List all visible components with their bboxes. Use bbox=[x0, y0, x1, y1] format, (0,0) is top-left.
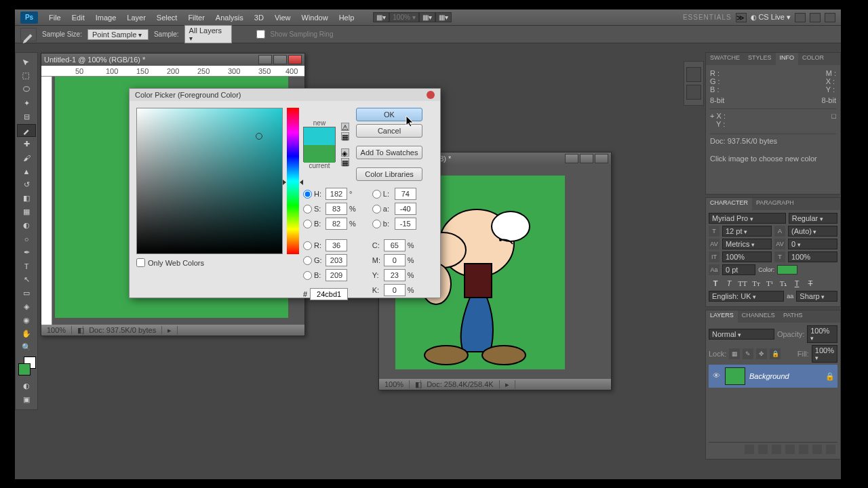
zoom-tool[interactable]: 🔍 bbox=[17, 341, 36, 354]
cancel-button[interactable]: Cancel bbox=[356, 124, 422, 138]
wand-tool[interactable]: ✦ bbox=[17, 97, 36, 110]
show-sampling-checkbox[interactable] bbox=[256, 30, 265, 39]
screenmode-tool[interactable]: ▣ bbox=[17, 393, 36, 406]
eraser-tool[interactable]: ◧ bbox=[17, 192, 36, 205]
bold-button[interactable]: T bbox=[711, 279, 720, 289]
shape-tool[interactable]: ▭ bbox=[17, 287, 36, 300]
layer-group-icon[interactable] bbox=[799, 445, 808, 454]
doc2-zoom[interactable]: 100% bbox=[379, 380, 410, 388]
zoom-dropdown[interactable]: 100% ▾ bbox=[389, 12, 418, 22]
tab-swatches[interactable]: SWATCHE bbox=[706, 53, 744, 65]
type-tool[interactable]: T bbox=[17, 260, 36, 272]
lock-position-icon[interactable]: ✥ bbox=[756, 348, 767, 359]
hex-input[interactable] bbox=[310, 288, 348, 300]
visibility-icon[interactable]: 👁 bbox=[711, 371, 721, 381]
leading-select[interactable]: (Auto) ▾ bbox=[788, 226, 837, 237]
r-radio[interactable] bbox=[303, 241, 312, 250]
dodge-tool[interactable]: ○ bbox=[17, 232, 36, 245]
doc2-max-button[interactable] bbox=[580, 154, 593, 163]
s-input[interactable] bbox=[326, 203, 347, 215]
tab-styles[interactable]: STYLES bbox=[744, 53, 776, 65]
blur-tool[interactable]: ◐ bbox=[17, 219, 36, 232]
doc1-min-button[interactable] bbox=[258, 55, 272, 64]
menu-help[interactable]: Help bbox=[334, 14, 360, 22]
cslive-button[interactable]: ◐ CS Live ▾ bbox=[751, 13, 791, 22]
only-web-checkbox[interactable] bbox=[136, 258, 145, 267]
m-input[interactable] bbox=[384, 254, 406, 266]
lock-transparency-icon[interactable]: ▦ bbox=[729, 348, 740, 359]
3d-camera-tool[interactable]: ◉ bbox=[17, 314, 36, 327]
ok-button[interactable]: OK bbox=[356, 108, 422, 121]
gradient-tool[interactable]: ▦ bbox=[17, 205, 36, 218]
g-input[interactable] bbox=[326, 254, 347, 266]
superscript-button[interactable]: T¹ bbox=[765, 279, 774, 289]
layer-mask-icon[interactable] bbox=[772, 445, 781, 454]
b-radio[interactable] bbox=[372, 220, 381, 228]
fill-input[interactable]: 100% ▾ bbox=[812, 345, 837, 363]
collapsed-panel-2[interactable] bbox=[686, 85, 701, 100]
s-radio[interactable] bbox=[303, 205, 312, 214]
doc2-min-button[interactable] bbox=[565, 154, 578, 163]
g-radio[interactable] bbox=[303, 256, 312, 265]
menu-file[interactable]: File bbox=[43, 14, 66, 22]
brush-tool[interactable]: 🖌 bbox=[17, 151, 36, 164]
arrange2-dropdown[interactable]: ▦▾ bbox=[435, 12, 452, 22]
language-select[interactable]: English: UK ▾ bbox=[709, 291, 784, 302]
l-radio[interactable] bbox=[372, 190, 381, 199]
opacity-input[interactable]: 100% ▾ bbox=[807, 325, 837, 343]
italic-button[interactable]: T bbox=[724, 279, 734, 289]
heal-tool[interactable]: ✚ bbox=[17, 138, 36, 150]
add-swatches-button[interactable]: Add To Swatches bbox=[356, 146, 422, 159]
path-tool[interactable]: ↖ bbox=[17, 273, 36, 286]
r-input[interactable] bbox=[326, 239, 347, 251]
y-input[interactable] bbox=[384, 269, 406, 281]
strike-button[interactable]: T bbox=[806, 279, 815, 289]
subscript-button[interactable]: T₁ bbox=[778, 279, 788, 289]
window-min-icon[interactable] bbox=[795, 13, 806, 22]
move-tool[interactable] bbox=[17, 56, 36, 69]
foreground-color-swatch[interactable] bbox=[18, 363, 31, 375]
a-radio[interactable] bbox=[372, 205, 381, 214]
menu-filter[interactable]: Filter bbox=[182, 14, 210, 22]
screen-mode-dropdown[interactable]: ▦▾ bbox=[373, 12, 389, 22]
kerning-select[interactable]: Metrics ▾ bbox=[722, 239, 772, 249]
doc1-zoom[interactable]: 100% bbox=[41, 326, 72, 334]
lasso-tool[interactable] bbox=[17, 83, 36, 96]
menu-window[interactable]: Window bbox=[296, 14, 334, 22]
char-color-swatch[interactable] bbox=[777, 265, 797, 274]
tab-character[interactable]: CHARACTER bbox=[706, 198, 752, 210]
workspace-label[interactable]: ESSENTIALS bbox=[683, 14, 732, 21]
h-input[interactable] bbox=[326, 188, 347, 200]
menu-layer[interactable]: Layer bbox=[121, 14, 151, 22]
doc1-max-button[interactable] bbox=[273, 55, 287, 64]
current-color-swatch[interactable] bbox=[304, 145, 335, 163]
hand-tool[interactable]: ✋ bbox=[17, 327, 36, 340]
tracking-select[interactable]: 0 ▾ bbox=[788, 239, 837, 249]
a-input[interactable] bbox=[395, 203, 416, 215]
tab-color[interactable]: COLOR bbox=[798, 53, 828, 65]
websafe-cube-icon[interactable]: ▦ bbox=[341, 158, 349, 166]
underline-button[interactable]: T bbox=[792, 279, 802, 289]
smallcaps-button[interactable]: Tт bbox=[751, 279, 761, 289]
3d-tool[interactable]: ◈ bbox=[17, 300, 36, 313]
menu-view[interactable]: View bbox=[269, 14, 296, 22]
k-input[interactable] bbox=[384, 284, 406, 296]
new-layer-icon[interactable] bbox=[812, 445, 822, 454]
history-brush-tool[interactable]: ↺ bbox=[17, 178, 36, 191]
font-family-select[interactable]: Myriad Pro ▾ bbox=[709, 213, 786, 224]
font-size-select[interactable]: 12 pt ▾ bbox=[722, 226, 772, 237]
window-max-icon[interactable] bbox=[810, 13, 821, 22]
tab-info[interactable]: INFO bbox=[776, 53, 799, 65]
collapsed-panel-1[interactable] bbox=[686, 67, 701, 82]
bv-input[interactable] bbox=[326, 218, 347, 230]
blend-mode-select[interactable]: Normal ▾ bbox=[709, 329, 774, 340]
adjustment-layer-icon[interactable] bbox=[785, 445, 795, 454]
hue-marker[interactable] bbox=[285, 180, 300, 185]
layer-name[interactable]: Background bbox=[749, 372, 821, 380]
window-close-icon[interactable] bbox=[825, 13, 835, 22]
menu-image[interactable]: Image bbox=[90, 14, 122, 22]
hue-slider[interactable] bbox=[287, 108, 299, 254]
layer-style-icon[interactable] bbox=[758, 445, 768, 454]
b-input[interactable] bbox=[395, 218, 416, 230]
lock-all-icon[interactable]: 🔒 bbox=[770, 348, 781, 359]
